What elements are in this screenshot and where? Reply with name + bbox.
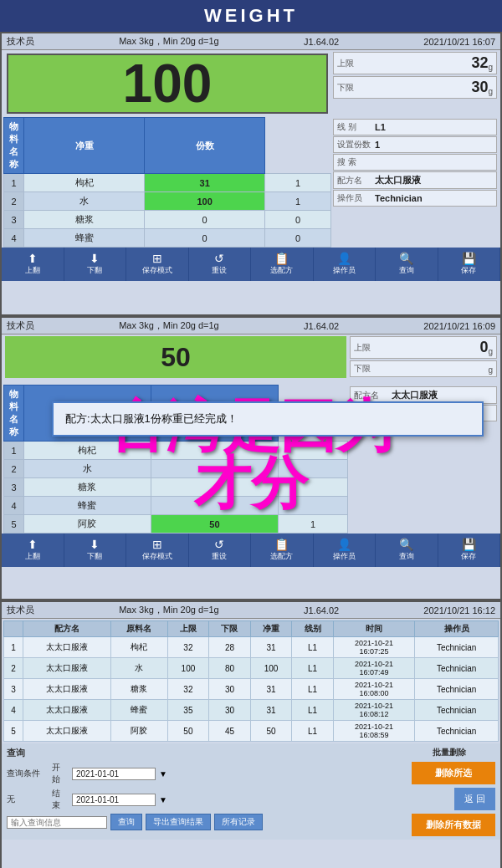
table-row: 2 水 100 1 bbox=[4, 192, 331, 211]
save-mode-icon: ⊞ bbox=[152, 253, 162, 264]
cell-parts: 0 bbox=[265, 211, 331, 229]
btn-save-mode[interactable]: ⊞ 保存模式 bbox=[126, 248, 189, 281]
query-title: 查询 bbox=[7, 747, 25, 759]
cell-weight: 100 bbox=[145, 192, 265, 211]
panel2-upper-limit: 上限 0 g bbox=[350, 336, 497, 359]
panel3-version: J1.64.02 bbox=[304, 605, 339, 615]
table-row: 2 太太口服液水10080100L1 2021-10-21 16:07:49 T… bbox=[4, 658, 499, 679]
panel3-scale-spec: Max 3kg，Min 20g d=1g bbox=[119, 604, 219, 616]
search-button[interactable]: 查询 bbox=[110, 814, 142, 830]
p2-btn-save-mode[interactable]: ⊞ 保存模式 bbox=[126, 534, 189, 567]
up-icon: ⬆ bbox=[28, 253, 38, 264]
btn-save[interactable]: 💾 保存 bbox=[438, 248, 501, 281]
date-dropdown2-icon[interactable]: ▼ bbox=[159, 795, 167, 804]
cell-parts: 0 bbox=[265, 229, 331, 248]
cell-name: 水 bbox=[24, 192, 145, 211]
table-row: 4 蜂蜜 bbox=[4, 497, 348, 515]
p2-btn-down[interactable]: ⬇ 下翻 bbox=[64, 534, 127, 567]
table-row: 5 太太口服液阿胶504550L1 2021-10-21 16:08:59 Te… bbox=[4, 721, 499, 742]
btn-reset-label: 重设 bbox=[212, 265, 227, 276]
panel3-datetime: 2021/10/21 16:12 bbox=[423, 605, 495, 615]
btn-query-label: 查询 bbox=[399, 265, 414, 276]
cell-name: 糖浆 bbox=[24, 211, 145, 229]
query-icon: 🔍 bbox=[399, 539, 413, 550]
panel1-scale-spec: Max 3kg，Min 20g d=1g bbox=[119, 35, 219, 48]
query-left: 查询 查询条件 开 始 ▼ 无 结 束 ▼ 查询 导出查询结果 bbox=[7, 747, 397, 830]
save-icon: 💾 bbox=[462, 539, 476, 550]
panel1-toolbar: ⬆ 上翻 ⬇ 下翻 ⊞ 保存模式 ↺ 重设 📋 选配方 👤 操作员 🔍 查询 💾 bbox=[2, 248, 500, 281]
back-button[interactable]: 返 回 bbox=[454, 788, 495, 810]
table-row: 1 枸杞 31 1 bbox=[4, 174, 331, 192]
btn-down-label: 下翻 bbox=[87, 265, 102, 276]
btn-operator-label: 操作员 bbox=[333, 265, 356, 276]
panel2-version: J1.64.02 bbox=[304, 321, 339, 331]
panel1-line: 线 别 L1 bbox=[333, 119, 497, 135]
panel3-table-wrap: 配方名 原料名 上限 下限 净重 线别 时间 操作员 1 太太口服液枸杞3228… bbox=[2, 619, 500, 743]
recipe-icon: 📋 bbox=[274, 539, 289, 550]
table-row: 3 糖浆 bbox=[4, 478, 348, 497]
btn-select-recipe[interactable]: 📋 选配方 bbox=[251, 248, 314, 281]
table-row: 2 水 bbox=[4, 460, 348, 478]
start-date-input[interactable] bbox=[72, 768, 156, 780]
p2-btn-up[interactable]: ⬆ 上翻 bbox=[2, 534, 64, 567]
panel2-datetime: 2021/10/21 16:09 bbox=[423, 321, 495, 331]
end-date-input[interactable] bbox=[72, 794, 156, 806]
panel3-user: 技术员 bbox=[7, 604, 34, 616]
panel1-datetime: 2021/10/21 16:07 bbox=[423, 37, 495, 47]
delete-selected-button[interactable]: 删除所选 bbox=[412, 762, 495, 784]
p2-btn-query[interactable]: 🔍 查询 bbox=[376, 534, 438, 567]
col-header-weight: 净重 bbox=[24, 118, 145, 174]
reset-icon: ↺ bbox=[214, 253, 224, 264]
table-row: 5 阿胶 50 1 bbox=[4, 515, 348, 534]
recipe-icon: 📋 bbox=[274, 253, 289, 264]
panel1-operator: 操作员 Technician bbox=[333, 190, 497, 207]
panel1-version: J1.64.02 bbox=[304, 37, 339, 47]
dialog-text: 配方:太太口服液1份称重已经完成！ bbox=[65, 412, 238, 425]
btn-down[interactable]: ⬇ 下翻 bbox=[64, 248, 127, 281]
panel2-scale-spec: Max 3kg，Min 20g d=1g bbox=[119, 319, 219, 332]
export-button[interactable]: 导出查询结果 bbox=[146, 814, 211, 830]
col-header-name: 物料名称 bbox=[4, 118, 24, 174]
panel2-user: 技术员 bbox=[7, 319, 34, 332]
cell-weight: 0 bbox=[145, 229, 265, 248]
none-label: 无 bbox=[7, 794, 49, 805]
start-label: 开 始 bbox=[52, 762, 69, 785]
table-row: 1 枸杞 bbox=[4, 442, 348, 460]
table-row: 3 糖浆 0 0 bbox=[4, 211, 331, 229]
delete-all-button[interactable]: 删除所有数据 bbox=[412, 814, 495, 836]
btn-save-mode-label: 保存模式 bbox=[142, 265, 172, 276]
btn-query[interactable]: 🔍 查询 bbox=[376, 248, 438, 281]
end-label: 结 束 bbox=[52, 788, 69, 811]
panel2-header: 技术员 Max 3kg，Min 20g d=1g J1.64.02 2021/1… bbox=[2, 318, 500, 334]
date-dropdown-icon[interactable]: ▼ bbox=[159, 769, 167, 779]
p2-btn-reset[interactable]: ↺ 重设 bbox=[189, 534, 252, 567]
table-row: 4 蜂蜜 0 0 bbox=[4, 229, 331, 248]
panel2-toolbar: ⬆ 上翻 ⬇ 下翻 ⊞ 保存模式 ↺ 重设 📋 选配方 👤 操作员 🔍 查询 💾 bbox=[2, 534, 500, 567]
cell-parts: 1 bbox=[265, 174, 331, 192]
panel1: 技术员 Max 3kg，Min 20g d=1g J1.64.02 2021/1… bbox=[0, 32, 502, 316]
panel1-table: 物料名称 净重 份数 1 枸杞 31 1 2 水 100 bbox=[3, 117, 331, 248]
p2-btn-select-recipe[interactable]: 📋 选配方 bbox=[251, 534, 314, 567]
panel1-header: 技术员 Max 3kg，Min 20g d=1g J1.64.02 2021/1… bbox=[2, 33, 500, 50]
app-title: WEIGHT bbox=[0, 0, 502, 32]
panel2-scale-display: 50 bbox=[5, 336, 346, 378]
cell-name: 蜂蜜 bbox=[24, 229, 145, 248]
reset-icon: ↺ bbox=[214, 539, 224, 550]
panel1-recipe: 配方名 太太口服液 bbox=[333, 171, 497, 189]
btn-operator[interactable]: 👤 操作员 bbox=[314, 248, 376, 281]
panel1-lower-limit: 下限 30 g bbox=[333, 76, 497, 99]
all-records-button[interactable]: 所有记录 bbox=[214, 814, 263, 830]
p2-btn-operator[interactable]: 👤 操作员 bbox=[314, 534, 376, 567]
batch-delete-title: 批量删除 bbox=[403, 747, 495, 758]
p2-btn-save[interactable]: 💾 保存 bbox=[438, 534, 501, 567]
col-header-parts: 份数 bbox=[145, 118, 265, 174]
panel1-user: 技术员 bbox=[7, 35, 34, 48]
panel3: 技术员 Max 3kg，Min 20g d=1g J1.64.02 2021/1… bbox=[0, 600, 502, 868]
btn-up[interactable]: ⬆ 上翻 bbox=[2, 248, 64, 281]
save-mode-icon: ⊞ bbox=[152, 539, 162, 550]
batch-delete-section: 批量删除 删除所选 返 回 删除所有数据 bbox=[403, 747, 495, 836]
btn-reset[interactable]: ↺ 重设 bbox=[189, 248, 252, 281]
down-icon: ⬇ bbox=[90, 253, 100, 264]
dialog-box: 配方:太太口服液1份称重已经完成！ bbox=[52, 401, 484, 437]
query-text-input[interactable] bbox=[7, 816, 107, 829]
